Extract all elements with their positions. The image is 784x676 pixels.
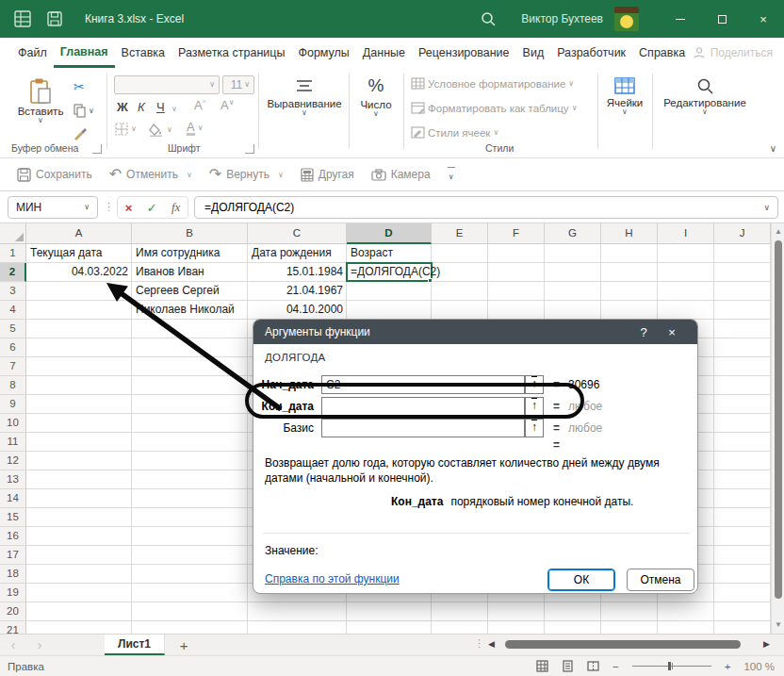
confirm-entry-icon[interactable]: ✓ (147, 201, 157, 215)
cell-D1[interactable]: Возраст (347, 244, 432, 263)
row-header-7[interactable]: 7 (0, 357, 26, 376)
font-name-combobox[interactable]: ∨ (114, 75, 220, 94)
account-name[interactable]: Виктор Бухтеев (521, 12, 603, 25)
column-header-F[interactable]: F (488, 223, 545, 244)
column-header-E[interactable]: E (432, 223, 488, 244)
number-format-button[interactable]: % Число ∨ (351, 75, 401, 118)
row-header-20[interactable]: 20 (0, 602, 26, 621)
paste-button[interactable]: Вставить ∨ (13, 77, 68, 124)
row-header-16[interactable]: 16 (0, 527, 26, 546)
collapse-ribbon-icon[interactable]: ∨ (770, 143, 776, 154)
row-header-21[interactable]: 21 (0, 621, 26, 634)
zoom-slider[interactable] (632, 666, 711, 667)
range-picker-button[interactable]: ↑ (525, 419, 544, 437)
insert-function-icon[interactable]: fx (172, 200, 180, 215)
grow-font-button[interactable]: А^ (194, 98, 205, 112)
tabbar-splitter-icon[interactable]: ⋮ (474, 637, 484, 650)
horizontal-scrollbar-thumb[interactable] (505, 640, 741, 649)
sheet-prev-icon[interactable]: ‹ (0, 635, 26, 655)
tab-developer[interactable]: Разработчик (550, 38, 632, 68)
column-header-H[interactable]: H (601, 223, 658, 244)
fill-color-dropdown-icon[interactable]: ∨ (167, 126, 172, 134)
row-header-15[interactable]: 15 (0, 508, 26, 527)
column-header-B[interactable]: B (132, 223, 248, 244)
scroll-up-icon[interactable]: ▲ (772, 225, 784, 239)
cell-C3[interactable]: 21.04.1967 (248, 282, 347, 301)
fill-handle[interactable] (428, 278, 433, 283)
user-avatar[interactable] (614, 7, 639, 31)
scroll-right-icon[interactable]: ▶ (763, 639, 770, 649)
cell-C1[interactable]: Дата рождения (248, 244, 347, 263)
underline-button[interactable]: Ч (156, 100, 165, 114)
cell-A2[interactable]: 04.03.2022 (26, 263, 132, 282)
page-layout-view-icon[interactable] (562, 660, 574, 672)
font-color-dropdown-icon[interactable]: ∨ (198, 124, 204, 132)
share-button[interactable]: Поделиться (693, 38, 773, 68)
close-button[interactable]: × (743, 0, 784, 38)
qat-other-button[interactable]: Другая (301, 168, 354, 182)
dialog-help-icon[interactable]: ? (629, 325, 658, 339)
qat-overflow-icon[interactable]: ∨ (448, 167, 455, 182)
row-header-3[interactable]: 3 (0, 282, 26, 301)
cancel-button[interactable]: Отмена (627, 569, 694, 591)
dialog-close-icon[interactable]: × (658, 325, 686, 339)
cell-C2[interactable]: 15.01.1984 (248, 263, 347, 282)
zoom-in-icon[interactable]: + (725, 661, 731, 672)
row-header-11[interactable]: 11 (0, 433, 26, 452)
underline-dropdown-icon[interactable]: ∨ (172, 106, 177, 113)
row-header-9[interactable]: 9 (0, 395, 26, 414)
format-as-table-button[interactable]: Форматировать как таблицу ∨ (411, 102, 577, 114)
editing-button[interactable]: Редактирование ∨ (656, 77, 754, 116)
row-header-1[interactable]: 1 (0, 244, 26, 263)
column-header-C[interactable]: C (248, 223, 347, 244)
tab-page-layout[interactable]: Разметка страницы (172, 38, 291, 68)
name-box-dropdown-icon[interactable]: ∨ (84, 204, 90, 211)
paste-dropdown-icon[interactable]: ∨ (13, 117, 68, 124)
arg-input-Базис[interactable] (321, 419, 525, 437)
formula-bar-expand-icon[interactable]: ∨ (763, 204, 770, 212)
sheet-next-icon[interactable]: › (26, 635, 53, 655)
row-header-19[interactable]: 19 (0, 584, 26, 602)
alignment-button[interactable]: Выравнивание ∨ (264, 79, 345, 117)
copy-button[interactable]: ∨ (74, 104, 94, 118)
borders-button[interactable]: ∨ (115, 123, 137, 136)
function-help-link[interactable]: Справка по этой функции (265, 572, 400, 585)
zoom-out-icon[interactable]: − (612, 661, 619, 672)
format-painter-button[interactable] (74, 126, 88, 140)
row-header-17[interactable]: 17 (0, 546, 26, 565)
cell-B3[interactable]: Сергеев Сергей (132, 282, 248, 301)
redo-dropdown-icon[interactable]: ∨ (278, 171, 284, 179)
column-header-G[interactable]: G (545, 223, 601, 244)
row-header-8[interactable]: 8 (0, 376, 26, 395)
minimize-button[interactable] (660, 0, 701, 38)
ok-button[interactable]: ОК (547, 569, 615, 591)
column-header-J[interactable]: J (714, 223, 771, 244)
cancel-entry-icon[interactable]: × (125, 201, 133, 215)
vertical-scrollbar[interactable]: ▲ ▼ (771, 223, 784, 634)
cell-styles-button[interactable]: Стили ячеек ∨ (411, 126, 498, 139)
tab-view[interactable]: Вид (516, 38, 551, 68)
column-header-I[interactable]: I (658, 223, 714, 244)
qat-redo-button[interactable]: ↷ Вернуть ∨ (209, 168, 284, 181)
shrink-font-button[interactable]: А∨ (220, 98, 235, 112)
add-sheet-button[interactable]: + (165, 635, 203, 655)
normal-view-icon[interactable] (536, 660, 548, 672)
font-size-combobox[interactable]: 11 ∨ (222, 75, 254, 94)
cell-B4[interactable]: Николаев Николай (132, 301, 248, 320)
cut-button[interactable]: ✂ (74, 79, 85, 94)
scroll-down-icon[interactable]: ▼ (772, 618, 784, 632)
qat-save-button[interactable]: Сохранить (17, 168, 92, 182)
copy-dropdown-icon[interactable]: ∨ (89, 107, 94, 115)
tab-review[interactable]: Рецензирование (412, 38, 516, 68)
maximize-button[interactable] (701, 0, 743, 38)
dialog-title-bar[interactable]: Аргументы функции ? × (253, 320, 697, 344)
row-header-6[interactable]: 6 (0, 338, 26, 357)
column-header-D[interactable]: D (347, 223, 432, 244)
cells-button[interactable]: Ячейки ∨ (599, 77, 650, 116)
undo-dropdown-icon[interactable]: ∨ (187, 171, 192, 179)
font-dialog-launcher-icon[interactable] (245, 144, 254, 154)
select-all-corner[interactable] (0, 223, 26, 244)
column-header-A[interactable]: A (26, 223, 132, 244)
tab-home[interactable]: Главная (54, 38, 115, 68)
row-header-2[interactable]: 2 (0, 263, 26, 282)
